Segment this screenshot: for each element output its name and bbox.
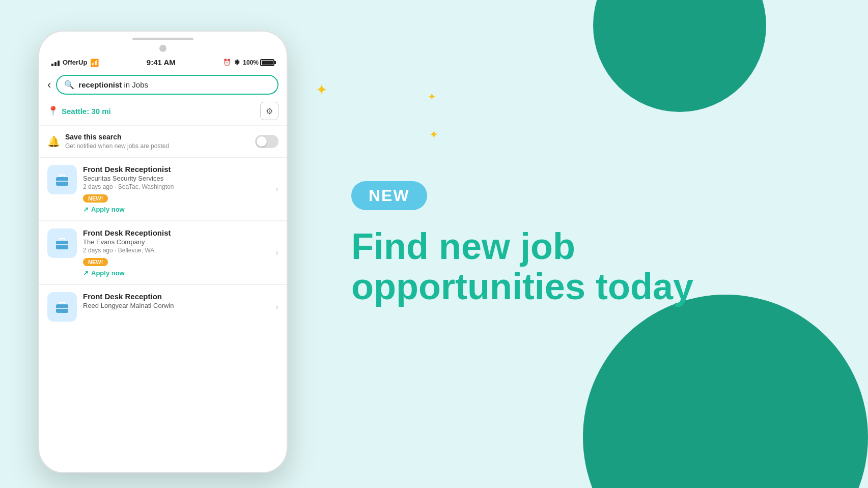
save-search-row: 🔔 Save this search Get notified when new… (39, 126, 287, 158)
save-search-left: 🔔 Save this search Get notified when new… (47, 133, 169, 150)
status-time: 9:41 AM (147, 58, 176, 67)
job-title-3: Front Desk Reception (83, 292, 269, 301)
battery-indicator: 100% (243, 59, 274, 66)
save-search-sublabel: Get notified when new jobs are posted (65, 142, 169, 150)
signal-bar-2 (54, 62, 57, 66)
battery-percent: 100% (243, 59, 259, 66)
new-label: NEW (369, 186, 410, 205)
battery-fill (262, 61, 273, 65)
bell-icon: 🔔 (47, 135, 60, 148)
right-panel: NEW Find new job opportunities today (311, 0, 868, 488)
hero-text: Find new job opportunities today (351, 226, 799, 307)
save-search-label: Save this search (65, 133, 169, 141)
job-meta-2: 2 days ago · Bellevue, WA (83, 247, 269, 254)
location-text: Seattle: 30 mi (62, 107, 111, 116)
save-search-text: Save this search Get notified when new j… (65, 133, 169, 150)
job-title-1: Front Desk Receptionist (83, 165, 269, 174)
search-query-rest: in Jobs (122, 80, 148, 89)
location-row: 📍 Seattle: 30 mi ⚙ (39, 99, 287, 126)
signal-bar-3 (58, 61, 60, 66)
apply-link-1[interactable]: ↗ Apply now (83, 206, 269, 213)
external-link-icon-2: ↗ (83, 269, 89, 277)
job-info-2: Front Desk Receptionist The Evans Compan… (83, 228, 269, 277)
search-query-bold: receptionist (78, 80, 122, 89)
alarm-icon: ⏰ (223, 59, 231, 66)
toggle-thumb (257, 136, 267, 147)
phone-mockup: OfferUp 📶 9:41 AM ⏰ ✱ 100% (38, 31, 288, 473)
new-badge-1: NEW! (83, 194, 108, 203)
phone-notch (132, 38, 193, 40)
new-badge-large: NEW (351, 181, 427, 210)
chevron-right-1: › (275, 184, 278, 194)
job-icon-3 (47, 292, 77, 322)
battery-icon (260, 59, 274, 66)
job-listing-3[interactable]: Front Desk Reception Reed Longyear Malna… (39, 285, 287, 329)
job-icon-2 (47, 228, 77, 258)
filter-button[interactable]: ⚙ (260, 102, 278, 120)
chevron-right-3: › (275, 302, 278, 312)
location-left[interactable]: 📍 Seattle: 30 mi (47, 105, 111, 117)
job-listing-2[interactable]: Front Desk Receptionist The Evans Compan… (39, 221, 287, 284)
phone-camera (159, 45, 166, 52)
job-company-3: Reed Longyear Malnati Corwin (83, 302, 269, 309)
save-search-toggle[interactable] (255, 135, 278, 148)
wifi-icon: 📶 (90, 59, 99, 67)
phone-content: ‹ 🔍 receptionist in Jobs 📍 Seattle: 30 m… (39, 71, 287, 466)
search-query: receptionist in Jobs (78, 80, 148, 89)
apply-link-2[interactable]: ↗ Apply now (83, 269, 269, 277)
job-info-1: Front Desk Receptionist Securitas Securi… (83, 165, 269, 213)
search-icon: 🔍 (64, 80, 74, 90)
search-bar-row: ‹ 🔍 receptionist in Jobs (39, 71, 287, 99)
chevron-right-2: › (275, 247, 278, 258)
phone-frame: OfferUp 📶 9:41 AM ⏰ ✱ 100% (38, 31, 288, 473)
back-button[interactable]: ‹ (47, 78, 51, 92)
external-link-icon-1: ↗ (83, 206, 89, 213)
job-company-1: Securitas Security Services (83, 175, 269, 182)
location-pin-icon: 📍 (47, 105, 59, 117)
signal-bars (51, 59, 60, 66)
job-title-2: Front Desk Receptionist (83, 228, 269, 237)
job-info-3: Front Desk Reception Reed Longyear Malna… (83, 292, 269, 310)
hero-line2: opportunities today (351, 266, 693, 307)
carrier-name: OfferUp (63, 59, 87, 66)
signal-bar-1 (51, 64, 53, 66)
status-left: OfferUp 📶 (51, 59, 99, 67)
apply-label-1: Apply now (91, 206, 125, 213)
filter-icon: ⚙ (266, 106, 273, 116)
job-listing-1[interactable]: Front Desk Receptionist Securitas Securi… (39, 158, 287, 221)
briefcase-icon-2 (54, 235, 70, 251)
job-icon-1 (47, 165, 77, 194)
status-right: ⏰ ✱ 100% (223, 59, 274, 66)
job-meta-1: 2 days ago · SeaTac, Washington (83, 183, 269, 190)
briefcase-icon-1 (54, 171, 70, 188)
search-input-wrapper[interactable]: 🔍 receptionist in Jobs (56, 75, 278, 95)
hero-line1: Find new job (351, 226, 575, 267)
bluetooth-icon: ✱ (234, 59, 240, 66)
new-badge-2: NEW! (83, 258, 108, 266)
apply-label-2: Apply now (91, 269, 125, 277)
job-company-2: The Evans Company (83, 238, 269, 246)
briefcase-icon-3 (54, 299, 70, 315)
